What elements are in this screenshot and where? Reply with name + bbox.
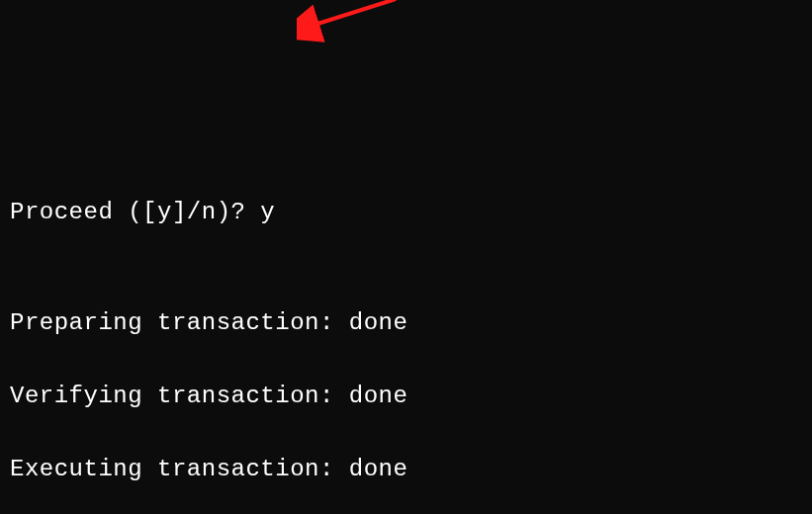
- verifying-line: Verifying transaction: done: [10, 378, 802, 414]
- executing-line: Executing transaction: done: [10, 451, 802, 487]
- terminal-output: Proceed ([y]/n)? y Preparing transaction…: [10, 157, 802, 514]
- annotation-arrow-icon: [297, 0, 415, 43]
- preparing-line: Preparing transaction: done: [10, 304, 802, 341]
- prompt-line[interactable]: Proceed ([y]/n)? y: [10, 194, 802, 230]
- svg-line-1: [312, 0, 396, 26]
